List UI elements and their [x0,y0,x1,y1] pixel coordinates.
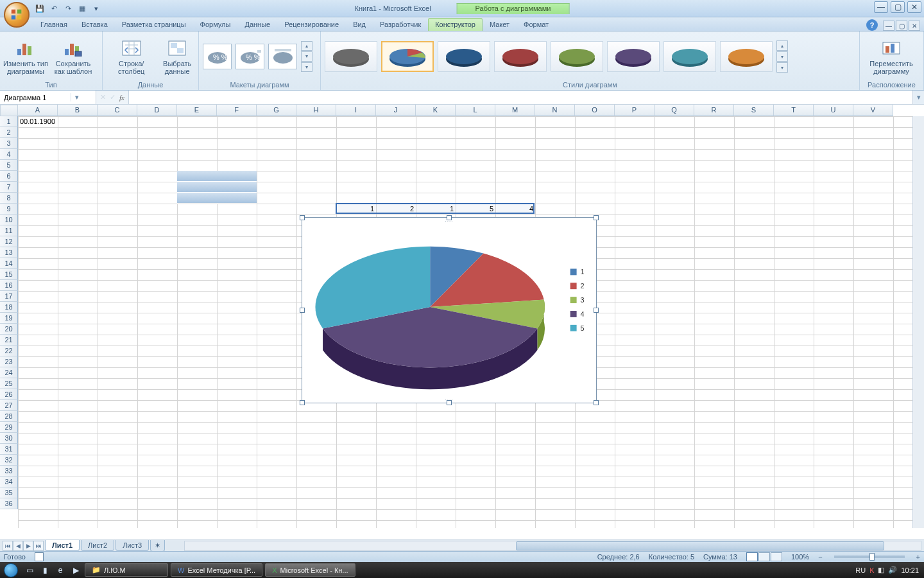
row-header-36[interactable]: 36 [0,498,18,509]
qat-save-icon[interactable]: 💾 [33,2,46,15]
row-header-16[interactable]: 16 [0,280,18,291]
save-as-template-button[interactable]: Сохранить как шаблон [50,34,96,79]
tab-page-layout[interactable]: Разметка страницы [115,18,193,31]
tray-kaspersky-icon[interactable]: K [869,566,874,574]
chart-style-5[interactable] [551,41,603,72]
sheet-nav-first[interactable]: ⏮ [3,541,13,551]
mdi-minimize[interactable]: — [883,21,894,31]
fx-icon[interactable]: fx [119,94,124,101]
tab-format[interactable]: Формат [517,18,556,31]
tray-lang[interactable]: RU [855,566,866,574]
row-header-6[interactable]: 6 [0,171,18,182]
spreadsheet-grid[interactable]: ABCDEFGHIJKLMNOPQRSTUV 12345678910111213… [0,105,924,539]
help-icon[interactable]: ? [866,19,878,31]
tab-formulas[interactable]: Формулы [193,18,238,31]
chart-style-4[interactable] [494,41,547,72]
row-header-23[interactable]: 23 [0,356,18,367]
select-data-button[interactable]: Выбрать данные [158,34,196,79]
tab-layout[interactable]: Макет [483,18,517,31]
zoom-in-button[interactable]: + [916,553,920,561]
col-header-E[interactable]: E [177,105,217,116]
legend-item-3[interactable]: 3 [570,296,585,304]
row-header-12[interactable]: 12 [0,236,18,247]
taskbar-ie-icon[interactable]: e [53,563,67,577]
col-header-F[interactable]: F [217,105,257,116]
col-header-R[interactable]: R [694,105,734,116]
chart-style-2[interactable] [381,41,434,72]
row-header-26[interactable]: 26 [0,389,18,400]
col-header-J[interactable]: J [376,105,416,116]
col-header-C[interactable]: C [98,105,137,116]
taskbar-item-folder[interactable]: 📁Л.Ю.М [85,563,168,577]
row-header-5[interactable]: 5 [0,160,18,171]
legend-item-5[interactable]: 5 [570,324,585,332]
tab-view[interactable]: Вид [346,18,373,31]
row-header-35[interactable]: 35 [0,487,18,498]
col-header-Q[interactable]: Q [654,105,694,116]
change-chart-type-button[interactable]: Изменить тип диаграммы [3,34,49,79]
row-header-17[interactable]: 17 [0,291,18,302]
name-box-dropdown[interactable]: ▾ [71,93,82,101]
row-header-33[interactable]: 33 [0,466,18,477]
col-header-T[interactable]: T [774,105,814,116]
row-header-11[interactable]: 11 [0,225,18,236]
switch-row-column-button[interactable]: Строка/столбец [105,34,157,79]
legend-item-4[interactable]: 4 [570,310,585,318]
vertical-scrollbar[interactable] [912,116,924,528]
row-header-13[interactable]: 13 [0,247,18,258]
insert-sheet-tab[interactable]: ✶ [150,540,165,552]
row-header-32[interactable]: 32 [0,455,18,466]
tab-developer[interactable]: Разработчик [373,18,428,31]
cell-K9[interactable]: 1 [416,204,456,215]
taskbar-item-word[interactable]: WExcel Методичка [Р... [171,563,262,577]
row-header-18[interactable]: 18 [0,302,18,313]
cell-I9[interactable]: 1 [336,204,376,215]
zoom-out-button[interactable]: − [818,553,822,561]
expand-formula-bar[interactable]: ▾ [912,91,924,104]
chart-object[interactable]: 12345 ∙∙∙∙ ∙∙∙∙ [302,217,597,403]
col-header-L[interactable]: L [456,105,495,116]
horizontal-scrollbar[interactable] [184,541,921,551]
row-header-24[interactable]: 24 [0,367,18,378]
col-header-B[interactable]: B [58,105,98,116]
tab-insert[interactable]: Вставка [74,18,115,31]
row-header-10[interactable]: 10 [0,215,18,225]
sheet-nav-prev[interactable]: ◀ [13,541,23,551]
taskbar-show-desktop-icon[interactable]: ▭ [22,563,37,577]
cancel-formula-icon[interactable]: ✕ [100,93,106,101]
style-scroll-down[interactable]: ▾ [776,51,788,62]
row-header-27[interactable]: 27 [0,400,18,411]
sheet-nav-next[interactable]: ▶ [23,541,33,551]
taskbar-item-excel[interactable]: XMicrosoft Excel - Кн... [265,563,355,577]
col-header-V[interactable]: V [853,105,893,116]
row-header-2[interactable]: 2 [0,127,18,138]
legend-item-2[interactable]: 2 [570,282,585,290]
legend-item-1[interactable]: 1 [570,268,585,276]
chart-style-1[interactable] [325,41,377,72]
col-header-P[interactable]: P [615,105,654,116]
minimize-button[interactable]: — [874,1,888,13]
tab-data[interactable]: Данные [237,18,277,31]
row-header-29[interactable]: 29 [0,422,18,433]
col-header-S[interactable]: S [734,105,774,116]
row-header-31[interactable]: 31 [0,444,18,455]
taskbar-explorer-icon[interactable]: ▮ [38,563,52,577]
taskbar-media-icon[interactable]: ▶ [69,563,83,577]
row-header-3[interactable]: 3 [0,138,18,149]
chart-style-6[interactable] [607,41,660,72]
name-box-input[interactable] [0,91,71,104]
tray-clock[interactable]: 10:21 [901,566,919,574]
cell-J9[interactable]: 2 [376,204,416,215]
tray-volume-icon[interactable]: 🔊 [888,566,897,574]
layout-scroll-up[interactable]: ▴ [301,41,312,51]
sheet-tab-2[interactable]: Лист2 [81,540,114,551]
layout-scroll-down[interactable]: ▾ [301,51,312,61]
sheet-tab-1[interactable]: Лист1 [45,540,80,551]
zoom-level[interactable]: 100% [791,553,809,561]
row-header-25[interactable]: 25 [0,378,18,389]
chart-layout-1[interactable]: % % [203,44,232,69]
chart-style-7[interactable] [663,41,716,72]
col-header-A[interactable]: A [18,105,58,116]
move-chart-button[interactable]: Переместить диаграмму [862,34,920,79]
col-header-K[interactable]: K [416,105,456,116]
